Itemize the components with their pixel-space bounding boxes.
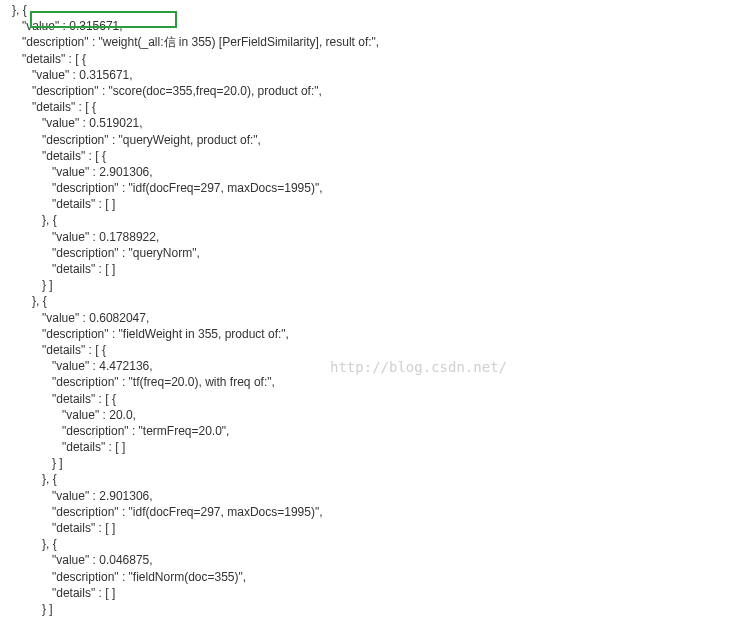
json-code-block: }, { "value" : 0.315671, "description" :… xyxy=(12,2,742,618)
